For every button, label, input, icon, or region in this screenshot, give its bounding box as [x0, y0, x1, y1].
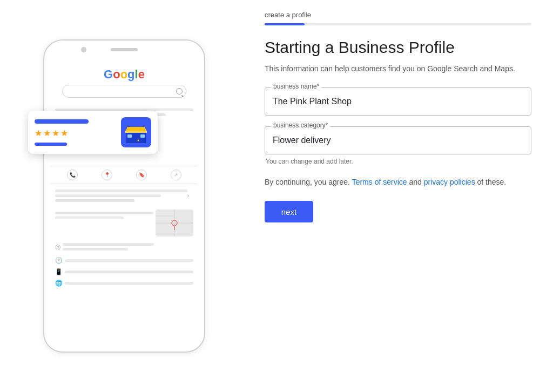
business-category-label: business category* — [271, 121, 330, 129]
google-logo: Google — [55, 67, 193, 82]
svg-rect-6 — [140, 134, 145, 138]
terms-text: By continuing, you agree. Terms of servi… — [265, 176, 531, 188]
business-card-popup: ★ ★ ★ ★ — [28, 111, 158, 154]
nav-icon-location: 📍 — [102, 170, 112, 180]
left-panel: ★ ★ ★ ★ — [0, 0, 248, 392]
bookmark-icon: 🔖 — [139, 172, 145, 178]
g-letter-blue: G — [104, 67, 113, 81]
nav-icon-share: ↗ — [171, 170, 181, 180]
search-icon-small — [176, 88, 183, 94]
privacy-policies-link[interactable]: privacy policies — [424, 178, 475, 186]
business-card-left: ★ ★ ★ ★ — [35, 119, 116, 146]
g-letter-red: o — [113, 67, 120, 81]
share-icon: ↗ — [174, 172, 178, 178]
business-name-field: business name* — [265, 87, 531, 116]
phone-camera — [81, 47, 86, 52]
progress-section: create a profile — [265, 11, 531, 25]
star-1: ★ — [35, 128, 42, 138]
g-letter-blue2: g — [127, 67, 134, 81]
clock-icon: 🕐 — [55, 257, 63, 264]
globe-row: 🌐 — [51, 278, 198, 289]
phone-inner: Google 📞 📍 — [51, 62, 198, 341]
business-category-field: business category* You can change and ad… — [265, 126, 531, 165]
blue-bar-short — [35, 143, 67, 146]
map-lines — [55, 209, 153, 236]
phone-speaker — [111, 48, 138, 51]
google-logo-area: Google — [51, 62, 198, 104]
gray-line — [55, 199, 134, 202]
location-icon: 📍 — [104, 172, 110, 178]
star-2: ★ — [43, 128, 51, 138]
progress-label: create a profile — [265, 11, 531, 19]
phone-row: 📱 — [51, 266, 198, 278]
phone-nav-icons: 📞 📍 🔖 ↗ — [51, 166, 198, 184]
phone-icon: 📞 — [70, 172, 76, 178]
phone-mockup: ★ ★ ★ ★ — [43, 39, 205, 353]
star-3: ★ — [52, 128, 59, 138]
clock-row: 🕐 — [51, 255, 198, 266]
gray-line — [63, 248, 128, 251]
svg-rect-4 — [125, 131, 147, 133]
terms-of-service-link[interactable]: Terms of service — [352, 178, 407, 186]
location-pin-icon: ◎ — [55, 243, 60, 251]
store-icon — [121, 117, 151, 147]
progress-bar-fill — [265, 23, 305, 25]
business-name-label: business name* — [271, 83, 321, 90]
g-letter-yellow: o — [120, 67, 127, 81]
map-area — [55, 209, 193, 236]
gray-line — [55, 190, 187, 192]
page-description: This information can help customers find… — [265, 63, 531, 75]
progress-bar-bg — [265, 23, 531, 25]
terms-text-before: By continuing, you agree. — [265, 178, 350, 186]
business-category-input[interactable] — [265, 126, 531, 154]
business-name-input[interactable] — [265, 87, 531, 116]
map-lines-svg — [156, 209, 193, 236]
gray-line — [65, 282, 193, 285]
location-row: ◎ — [51, 239, 198, 255]
blue-bar-long — [35, 119, 89, 124]
map-placeholder — [156, 209, 193, 236]
gray-line — [65, 271, 193, 273]
right-panel: create a profile Starting a Business Pro… — [248, 0, 553, 392]
nav-icon-phone: 📞 — [67, 170, 78, 180]
gray-line — [55, 212, 153, 214]
content-lines-1 — [55, 187, 187, 204]
gray-line — [55, 217, 124, 219]
svg-point-7 — [138, 140, 139, 141]
star-4: ★ — [60, 128, 68, 138]
page-title: Starting a Business Profile — [265, 38, 531, 57]
gray-line — [55, 194, 161, 197]
phone-call-icon: 📱 — [55, 268, 63, 275]
gray-line — [65, 259, 193, 262]
g-letter-red2: e — [138, 67, 145, 81]
gray-line — [63, 243, 154, 246]
search-bar — [62, 85, 186, 98]
next-button[interactable]: next — [265, 201, 313, 222]
terms-and: and — [409, 178, 421, 186]
chevron-right-icon: › — [187, 193, 193, 199]
nav-icon-bookmark: 🔖 — [136, 170, 147, 180]
svg-rect-5 — [127, 134, 132, 138]
globe-icon: 🌐 — [55, 280, 63, 287]
terms-text-after: of these. — [477, 178, 507, 186]
location-line-group — [63, 241, 193, 253]
stars-row: ★ ★ ★ ★ — [35, 128, 116, 138]
category-hint: You can change and add later. — [265, 158, 531, 165]
content-row-1: › — [51, 184, 198, 207]
